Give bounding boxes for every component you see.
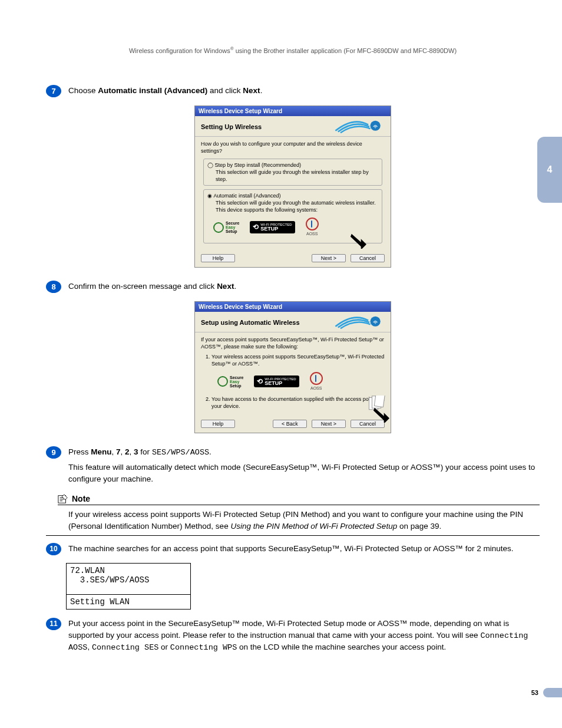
dialog-title: Wireless Device Setup Wizard: [195, 302, 391, 312]
lcd-status: Setting WLAN: [67, 595, 190, 609]
next-button[interactable]: Next >: [312, 254, 346, 262]
lcd-display: 72.WLAN 3.SES/WPS/AOSS Setting WLAN: [66, 563, 191, 610]
help-button[interactable]: Help: [201, 254, 235, 262]
step-10-text: The machine searches for an access point…: [68, 543, 540, 555]
next-button[interactable]: Next >: [312, 420, 346, 428]
page-number-bar: [543, 688, 562, 697]
dialog-title: Wireless Device Setup Wizard: [195, 106, 391, 116]
radio-automatic-install[interactable]: ◉ Automatic install (Advanced) This sele…: [203, 189, 382, 243]
svg-point-2: [371, 317, 381, 327]
arrow-icon: [350, 232, 366, 249]
dialog-heading: Setting Up Wireless: [201, 123, 262, 130]
help-button[interactable]: Help: [201, 420, 235, 428]
dialog-question: How do you wish to configure your comput…: [201, 140, 385, 154]
radio-step-by-step[interactable]: ◯ Step by Step install (Recommended) Thi…: [203, 159, 382, 186]
dialog-setting-up-wireless: Wireless Device Setup Wizard Setting Up …: [194, 106, 391, 268]
note-body: If your wireless access point supports W…: [68, 509, 540, 532]
divider: [46, 535, 540, 536]
step-11-text: Put your access point in the SecureEasyS…: [68, 618, 540, 654]
step-11: 11 Put your access point in the SecureEa…: [46, 618, 540, 657]
back-button[interactable]: < Back: [273, 420, 307, 428]
dialog-intro: If your access point supports SecureEasy…: [201, 336, 385, 350]
step-number: 11: [46, 618, 61, 630]
step-9-line1: Press Menu, 7, 2, 3 for SES/WPS/AOSS.: [68, 446, 540, 459]
svg-point-1: [375, 127, 375, 128]
aoss-logo: AOSS: [306, 218, 319, 236]
note-icon: [58, 494, 68, 503]
step-9: 9 Press Menu, 7, 2, 3 for SES/WPS/AOSS. …: [46, 446, 540, 489]
wifi-protected-setup-logo: ⟲ WI-FI PROTECTEDSETUP: [254, 375, 299, 387]
cancel-button[interactable]: Cancel: [351, 254, 385, 262]
step-7: 7 Choose Automatic install (Advanced) an…: [46, 85, 540, 100]
step-9-line2: This feature will automatically detect w…: [68, 462, 540, 485]
note-block: Note If your wireless access point suppo…: [46, 494, 540, 536]
step-7-text: Choose Automatic install (Advanced) and …: [68, 85, 540, 97]
step-number: 9: [46, 446, 61, 459]
step-8: 8 Confirm the on-screen message and clic…: [46, 281, 540, 296]
svg-rect-6: [374, 396, 385, 407]
step-8-text: Confirm the on-screen message and click …: [68, 281, 540, 292]
wifi-protected-setup-logo: ⟲ WI-FI PROTECTEDSETUP: [250, 221, 295, 233]
dialog-heading: Setup using Automatic Wireless: [201, 319, 300, 326]
running-header: Wireless configuration for Windows® usin…: [46, 46, 540, 54]
secure-easy-setup-logo: SecureEasySetup: [217, 375, 243, 388]
wifi-swoop-icon: [332, 315, 385, 330]
step-10: 10 The machine searches for an access po…: [46, 543, 540, 558]
checklist-item-2: You have access to the documentation sup…: [211, 396, 385, 410]
wifi-swoop-icon: [332, 120, 385, 134]
svg-point-3: [375, 323, 375, 324]
checklist-item-1: Your wireless access point supports Secu…: [211, 353, 385, 394]
dialog-automatic-wireless: Wireless Device Setup Wizard Setup using…: [194, 301, 391, 433]
secure-easy-setup-logo: SecureEasySetup: [213, 221, 239, 233]
step-number: 10: [46, 543, 61, 555]
aoss-logo: AOSS: [310, 372, 323, 391]
svg-point-0: [371, 121, 381, 131]
step-number: 7: [46, 85, 61, 97]
step-number: 8: [46, 281, 61, 293]
page-number: 53: [531, 689, 538, 696]
note-title: Note: [72, 494, 90, 503]
chapter-tab: 4: [537, 137, 562, 203]
arrow-icon: [373, 406, 389, 423]
